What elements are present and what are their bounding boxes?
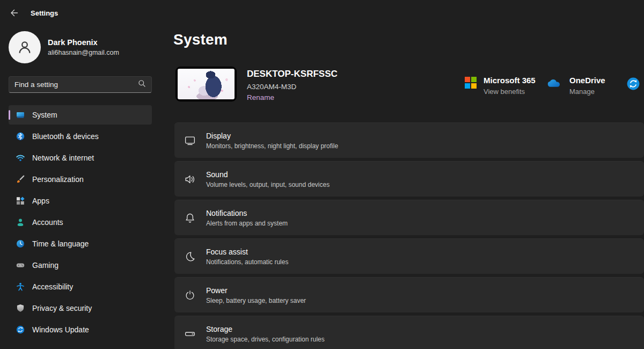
sync-status-icon[interactable] (627, 77, 640, 90)
app-header: Settings (9, 8, 58, 18)
sidebar-item-label: Windows Update (32, 325, 89, 334)
sidebar-item-system[interactable]: System (9, 105, 152, 125)
update-refresh-icon (16, 325, 25, 334)
wallpaper-image (178, 69, 235, 99)
settings-row-power[interactable]: Power Sleep, battery usage, battery save… (174, 277, 644, 312)
bluetooth-icon (16, 132, 25, 141)
brush-icon (16, 175, 25, 184)
sidebar-item-gaming[interactable]: Gaming (9, 256, 152, 275)
row-subtitle: Storage space, drives, configuration rul… (206, 336, 325, 343)
row-subtitle: Sleep, battery usage, battery saver (206, 297, 306, 304)
profile-email: ali6hasnain@gmail.com (48, 49, 119, 56)
search-icon[interactable] (138, 79, 146, 90)
onedrive-promo[interactable]: OneDrive Manage (546, 76, 605, 96)
settings-row-sound[interactable]: Sound Volume levels, output, input, soun… (174, 161, 644, 197)
view-benefits-link[interactable]: View benefits (484, 88, 536, 96)
onedrive-title: OneDrive (569, 76, 605, 85)
display-icon (184, 135, 196, 147)
page-title: System (173, 31, 228, 48)
system-icon (16, 111, 25, 119)
sidebar-item-label: Apps (32, 197, 49, 205)
sidebar-item-network-internet[interactable]: Network & internet (9, 148, 152, 168)
device-model: A320AM4-M3D (247, 83, 338, 91)
row-title: Notifications (206, 209, 288, 217)
microsoft-365-title: Microsoft 365 (484, 76, 536, 85)
microsoft-logo-icon (465, 77, 477, 89)
clock-icon (16, 239, 25, 248)
gamepad-icon (16, 261, 25, 270)
wifi-icon (16, 154, 25, 162)
sidebar-item-label: Bluetooth & devices (32, 132, 99, 141)
speaker-icon (184, 173, 196, 185)
moon-icon (184, 251, 196, 263)
sidebar-item-apps[interactable]: Apps (9, 191, 152, 210)
settings-row-focus-assist[interactable]: Focus assist Notifications, automatic ru… (174, 238, 644, 274)
apps-icon (16, 197, 25, 205)
rename-link[interactable]: Rename (247, 93, 274, 101)
manage-link[interactable]: Manage (569, 88, 605, 96)
power-icon (184, 289, 196, 301)
sidebar-item-windows-update[interactable]: Windows Update (9, 320, 152, 339)
sidebar-item-label: Network & internet (32, 154, 94, 162)
back-arrow-icon[interactable] (9, 8, 19, 18)
settings-row-notifications[interactable]: Notifications Alerts from apps and syste… (174, 200, 644, 235)
row-title: Power (206, 286, 306, 295)
row-title: Focus assist (206, 248, 288, 256)
search-box[interactable] (9, 76, 152, 93)
sidebar-item-label: Gaming (32, 261, 58, 270)
row-title: Storage (206, 325, 325, 333)
settings-row-storage[interactable]: Storage Storage space, drives, configura… (174, 316, 644, 349)
bell-icon (184, 212, 196, 224)
sidebar-nav: System Bluetooth & devices Network & int… (9, 105, 152, 341)
sidebar-item-bluetooth-devices[interactable]: Bluetooth & devices (9, 127, 152, 146)
settings-row-display[interactable]: Display Monitors, brightness, night ligh… (174, 122, 644, 158)
sidebar-item-privacy-security[interactable]: Privacy & security (9, 299, 152, 318)
device-info: DESKTOP-KSRFSSC A320AM4-M3D Rename (247, 69, 338, 102)
profile-name: Dark Phoenix (48, 38, 119, 47)
sidebar-item-label: Accessibility (32, 282, 73, 291)
sidebar-item-label: System (32, 111, 57, 119)
sidebar-item-accounts[interactable]: Accounts (9, 213, 152, 232)
sidebar-item-label: Personalization (32, 175, 84, 184)
row-subtitle: Notifications, automatic rules (206, 258, 288, 266)
sidebar-item-label: Privacy & security (32, 304, 92, 312)
shield-icon (16, 304, 25, 312)
row-subtitle: Monitors, brightness, night light, displ… (206, 142, 338, 150)
sidebar-item-time-language[interactable]: Time & language (9, 234, 152, 253)
sidebar-item-personalization[interactable]: Personalization (9, 170, 152, 189)
drive-icon (184, 328, 196, 340)
microsoft-365-promo[interactable]: Microsoft 365 View benefits (465, 76, 536, 96)
accessibility-person-icon (16, 282, 25, 291)
user-profile[interactable]: Dark Phoenix ali6hasnain@gmail.com (9, 31, 119, 63)
row-subtitle: Volume levels, output, input, sound devi… (206, 181, 330, 188)
person-icon (16, 218, 25, 227)
row-title: Sound (206, 170, 330, 179)
sidebar-item-label: Accounts (32, 218, 63, 227)
device-name: DESKTOP-KSRFSSC (247, 69, 338, 79)
system-settings-list: Display Monitors, brightness, night ligh… (174, 122, 644, 349)
avatar (9, 31, 41, 63)
row-title: Display (206, 132, 338, 140)
device-wallpaper-thumbnail (175, 67, 237, 101)
search-input[interactable] (14, 81, 138, 89)
app-title: Settings (31, 9, 58, 17)
onedrive-cloud-icon (546, 78, 562, 90)
sidebar-item-label: Time & language (32, 239, 89, 248)
row-subtitle: Alerts from apps and system (206, 220, 288, 227)
sidebar-item-accessibility[interactable]: Accessibility (9, 277, 152, 296)
